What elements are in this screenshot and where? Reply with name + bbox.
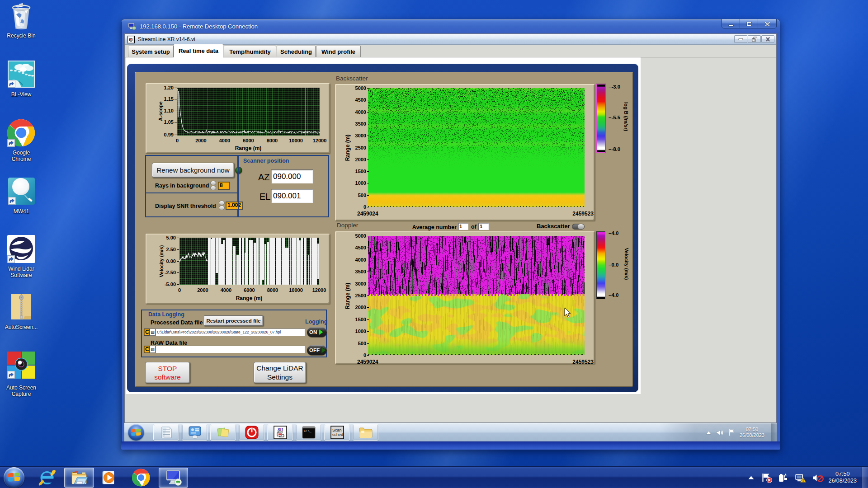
svg-text:Scan: Scan xyxy=(332,428,342,432)
svg-text:sched: sched xyxy=(332,432,343,437)
svg-text:C:\_: C:\_ xyxy=(304,429,312,433)
